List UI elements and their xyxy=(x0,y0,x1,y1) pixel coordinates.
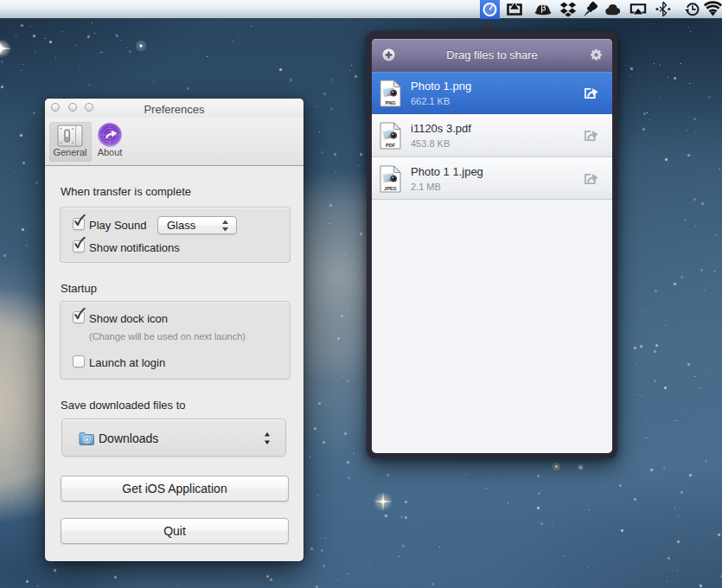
svg-text:PDF: PDF xyxy=(386,143,396,148)
svg-text:PNG: PNG xyxy=(385,99,395,105)
svg-text:JPEG: JPEG xyxy=(384,185,397,190)
